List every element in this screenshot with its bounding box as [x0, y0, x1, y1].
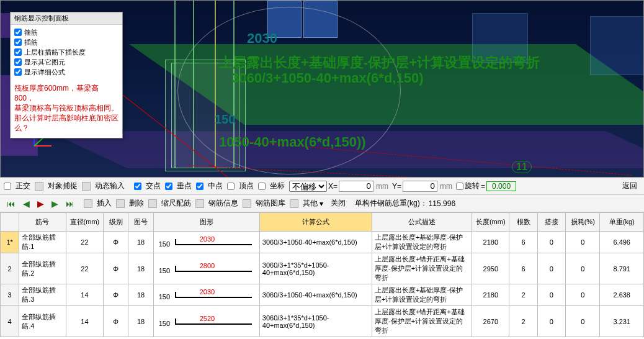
- cell[interactable]: 2: [509, 284, 537, 306]
- cell[interactable]: 6.496: [600, 232, 644, 253]
- col-header[interactable]: 图号: [128, 213, 153, 232]
- cell[interactable]: 2950: [472, 253, 509, 284]
- insert-button[interactable]: 插入: [94, 196, 115, 210]
- dyninput-button[interactable]: 动态输入: [92, 179, 128, 193]
- cell[interactable]: 18: [128, 306, 153, 337]
- col-header[interactable]: 筋号: [19, 213, 66, 232]
- cell[interactable]: 上层露出长度+错开距离+基础厚度-保护层+计算设置设定的弯折: [372, 253, 472, 284]
- col-header[interactable]: 单重(kg): [600, 213, 644, 232]
- col-header[interactable]: [1, 213, 19, 232]
- cell[interactable]: 18: [128, 284, 153, 306]
- panel-checkbox[interactable]: [14, 29, 22, 36]
- cell[interactable]: 1502520: [153, 306, 259, 337]
- cell[interactable]: 0: [537, 232, 565, 253]
- cell[interactable]: 22: [66, 253, 103, 284]
- cell[interactable]: 0: [566, 232, 600, 253]
- col-header[interactable]: 公式描述: [372, 213, 472, 232]
- cell[interactable]: 14: [66, 284, 103, 306]
- cell[interactable]: 1502030: [153, 232, 259, 253]
- panel-checkbox[interactable]: [14, 38, 22, 46]
- col-header[interactable]: 搭接: [537, 213, 565, 232]
- panel-option[interactable]: 箍筋: [14, 27, 119, 37]
- cell[interactable]: 2670: [472, 306, 509, 337]
- col-header[interactable]: 损耗(%): [566, 213, 600, 232]
- cell[interactable]: 0: [566, 284, 600, 306]
- cell[interactable]: 22: [66, 232, 103, 253]
- info-button[interactable]: 钢筋信息: [205, 196, 241, 210]
- cell[interactable]: 1*: [1, 232, 19, 253]
- cell[interactable]: 14: [66, 306, 103, 337]
- coord-checkbox[interactable]: [258, 183, 266, 190]
- cell[interactable]: 8.791: [600, 253, 644, 284]
- col-header[interactable]: 根数: [509, 213, 537, 232]
- osnap-button[interactable]: 对象捕捉: [45, 179, 81, 193]
- nav-prev[interactable]: ◀: [20, 197, 33, 210]
- cell[interactable]: 3060/3+1*35*d+1050-40+max(6*d,150): [259, 306, 372, 337]
- apex-checkbox[interactable]: [227, 183, 235, 190]
- cell[interactable]: 3060/3+1050-40+max(6*d,150): [259, 232, 372, 253]
- apex-button[interactable]: 顶点: [236, 179, 257, 193]
- perp-button[interactable]: 垂点: [174, 179, 195, 193]
- cell[interactable]: 2180: [472, 284, 509, 306]
- scale-button[interactable]: 缩尺配筋: [158, 196, 194, 210]
- rotate-value[interactable]: 0.000: [486, 181, 516, 191]
- col-header[interactable]: 计算公式: [259, 213, 372, 232]
- cell[interactable]: 18: [128, 253, 153, 284]
- rebar-table-container[interactable]: 筋号直径(mm)级别图号图形计算公式公式描述长度(mm)根数搭接损耗(%)单重(…: [0, 212, 644, 339]
- other-button[interactable]: 其他 ▾: [300, 196, 326, 210]
- cell[interactable]: Φ: [104, 284, 128, 306]
- cell[interactable]: 全部纵筋插筋.2: [19, 253, 66, 284]
- cell[interactable]: 0: [566, 306, 600, 337]
- cell[interactable]: 2: [509, 306, 537, 337]
- cell[interactable]: 0: [537, 284, 565, 306]
- cell[interactable]: 上层露出长度+错开距离+基础厚度-保护层+计算设置设定的弯折: [372, 306, 472, 337]
- col-header[interactable]: 直径(mm): [66, 213, 103, 232]
- cell[interactable]: Φ: [104, 306, 128, 337]
- panel-option[interactable]: 上层柱插筋下插长度: [14, 47, 119, 57]
- cell[interactable]: Φ: [104, 253, 128, 284]
- cell[interactable]: 0: [537, 306, 565, 337]
- back-button[interactable]: 返回: [619, 179, 640, 193]
- cell[interactable]: 全部纵筋插筋.1: [19, 232, 66, 253]
- ortho-checkbox[interactable]: [4, 183, 11, 190]
- table-row[interactable]: 3全部纵筋插筋.314Φ1815020303060/3+1050-40+max(…: [1, 284, 644, 306]
- mid-button[interactable]: 中点: [205, 179, 226, 193]
- cell[interactable]: 全部纵筋插筋.4: [19, 306, 66, 337]
- cell[interactable]: 全部纵筋插筋.3: [19, 284, 66, 306]
- perp-checkbox[interactable]: [165, 183, 172, 190]
- nav-next[interactable]: ▶: [48, 197, 61, 210]
- intersect-checkbox[interactable]: [134, 183, 141, 190]
- cell[interactable]: 0: [537, 253, 565, 284]
- col-header[interactable]: 级别: [104, 213, 128, 232]
- rebar-table[interactable]: 筋号直径(mm)级别图号图形计算公式公式描述长度(mm)根数搭接损耗(%)单重(…: [0, 212, 644, 337]
- ortho-button[interactable]: 正交: [12, 179, 34, 193]
- cell[interactable]: 3060/3+1050-40+max(6*d,150): [259, 284, 372, 306]
- close-button[interactable]: 关闭: [328, 196, 349, 210]
- library-button[interactable]: 钢筋图库: [253, 196, 288, 210]
- panel-option[interactable]: 显示详细公式: [14, 67, 119, 77]
- cell[interactable]: 6: [509, 253, 537, 284]
- model-viewport[interactable]: 2030 上层露出长度+基础厚度-保护层+计算设置设定的弯折 3060/3+10…: [0, 0, 644, 178]
- cell[interactable]: Φ: [104, 232, 128, 253]
- cell[interactable]: 1502030: [153, 284, 259, 306]
- cell[interactable]: 3060/3+1*35*d+1050-40+max(6*d,150): [259, 253, 372, 284]
- cell[interactable]: 上层露出长度+基础厚度-保护层+计算设置设定的弯折: [372, 232, 472, 253]
- nav-last[interactable]: ⏭: [63, 197, 78, 210]
- col-header[interactable]: 图形: [153, 213, 259, 232]
- cell[interactable]: 2.638: [600, 284, 644, 306]
- table-row[interactable]: 2全部纵筋插筋.222Φ1815028003060/3+1*35*d+1050-…: [1, 253, 644, 284]
- cell[interactable]: 3.231: [600, 306, 644, 337]
- cell[interactable]: 2180: [472, 232, 509, 253]
- panel-checkbox[interactable]: [14, 48, 22, 56]
- cell[interactable]: 0: [566, 253, 600, 284]
- offset-select[interactable]: 不偏移: [289, 181, 327, 192]
- cell[interactable]: 1502800: [153, 253, 259, 284]
- rebar-display-panel[interactable]: 钢筋显示控制面板 箍筋插筋上层柱插筋下插长度显示其它图元显示详细公式 筏板厚度6…: [10, 12, 123, 138]
- cell[interactable]: 上层露出长度+基础厚度-保护层+计算设置设定的弯折: [372, 284, 472, 306]
- cell[interactable]: 18: [128, 232, 153, 253]
- x-input[interactable]: [339, 181, 373, 192]
- rotate-checkbox[interactable]: [456, 183, 463, 190]
- y-input[interactable]: [403, 181, 437, 192]
- delete-button[interactable]: 删除: [126, 196, 147, 210]
- panel-option[interactable]: 插筋: [14, 37, 119, 47]
